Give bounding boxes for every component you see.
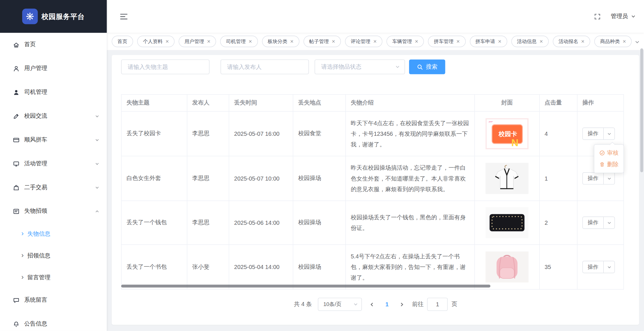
action-dropdown-button[interactable]: 操作: [582, 127, 615, 140]
close-icon[interactable]: ×: [457, 38, 460, 44]
tab-bar: 首页 个人资料× 用户管理× 司机管理× 板块分类× 帖子管理× 评论管理× 车…: [107, 33, 644, 50]
sidebar-item-secondhand-trade[interactable]: 二手交易: [0, 175, 107, 199]
clicks-cell: 1: [539, 156, 577, 201]
logo: 校园服务平台: [0, 0, 107, 33]
close-icon[interactable]: ×: [498, 38, 501, 44]
action-dropdown-button[interactable]: 操作: [582, 261, 615, 273]
tab-profile[interactable]: 个人资料×: [137, 36, 175, 47]
close-icon[interactable]: ×: [581, 38, 584, 44]
tab-label: 拼车申请: [476, 38, 495, 45]
sidebar-subitem-lost-info[interactable]: › 失物信息: [0, 223, 107, 245]
tab-carpool-management[interactable]: 拼车管理×: [428, 36, 465, 47]
tab-home[interactable]: 首页: [112, 36, 133, 47]
tab-label: 商品种类: [600, 38, 620, 45]
sidebar-subitem-label: 失物信息: [27, 230, 50, 238]
tab-driver-management[interactable]: 司机管理×: [220, 36, 258, 47]
column-header: 丢失地点: [293, 94, 346, 111]
description-cell: 昨天下午4点左右，在校园食堂丢失了一张校园卡，卡号123456，有发现的同学麻烦…: [346, 111, 475, 156]
tab-activity-signup[interactable]: 活动报名×: [553, 36, 590, 47]
vertical-scrollbar-thumb[interactable]: [640, 49, 643, 172]
cover-cell: [475, 201, 540, 245]
logo-icon: [22, 9, 38, 24]
chevron-right-icon: ›: [21, 274, 24, 280]
close-icon[interactable]: ×: [540, 38, 543, 44]
publisher-cell: 张小斐: [187, 245, 229, 289]
close-icon[interactable]: ×: [249, 38, 252, 44]
chevron-down-icon[interactable]: [604, 131, 614, 136]
sidebar-subitem-message-management[interactable]: › 留言管理: [0, 267, 107, 289]
tab-activity-info[interactable]: 活动信息×: [511, 36, 549, 47]
close-icon[interactable]: ×: [415, 38, 418, 44]
publisher-cell: 李思思: [187, 111, 229, 156]
card-icon: [12, 136, 20, 144]
tabs-menu-chevron-icon[interactable]: [635, 39, 640, 47]
tab-goods-category[interactable]: 商品种类×: [594, 36, 632, 47]
action-cell: 操作: [577, 201, 624, 245]
main-area: 管理员 首页 个人资料× 用户管理× 司机管理× 板块分类× 帖子管理× 评论管…: [107, 0, 644, 331]
chevron-right-icon: ›: [21, 252, 24, 259]
close-icon[interactable]: ×: [207, 38, 210, 44]
sidebar: 校园服务平台 首页 用户管理 司机管理 校园交流 顺风拼: [0, 0, 107, 331]
tab-label: 首页: [118, 38, 127, 45]
chevron-down-icon: [631, 14, 636, 19]
sidebar-item-carpool[interactable]: 顺风拼车: [0, 128, 107, 152]
sidebar-item-announcements[interactable]: 公告信息: [0, 312, 107, 331]
lost-place-cell: 校园食堂: [293, 111, 346, 156]
search-bar: 请选择物品状态 搜索: [121, 59, 630, 74]
cover-image-campus-card: 校园卡 N: [486, 118, 529, 149]
tab-post-management[interactable]: 帖子管理×: [303, 36, 341, 47]
delete-menu-item[interactable]: 删除: [594, 159, 623, 170]
clicks-cell: 35: [539, 245, 577, 289]
page-number-1[interactable]: 1: [382, 301, 392, 308]
next-page-button[interactable]: [398, 302, 406, 307]
tab-vehicle-management[interactable]: 车辆管理×: [386, 36, 424, 47]
table-row: 丢失了校园卡 李思思 2025-05-07 16:00 校园食堂 昨天下午4点左…: [121, 111, 624, 156]
tab-carpool-application[interactable]: 拼车申请×: [470, 36, 507, 47]
chevron-down-icon: [395, 64, 400, 69]
close-icon[interactable]: ×: [290, 38, 294, 44]
chevron-down-icon[interactable]: [604, 220, 614, 225]
admin-dropdown[interactable]: 管理员: [611, 13, 636, 20]
sidebar-item-lost-and-found[interactable]: 失物招领: [0, 199, 107, 223]
sidebar-item-system-messages[interactable]: 系统留言: [0, 288, 107, 312]
chevron-down-icon[interactable]: [604, 176, 614, 181]
sidebar-item-campus-communication[interactable]: 校园交流: [0, 104, 107, 128]
page-unit-label: 页: [451, 301, 457, 308]
status-select[interactable]: 请选择物品状态: [315, 59, 405, 74]
lost-time-cell: 2025-05-07 16:00: [229, 111, 293, 156]
page-size-select[interactable]: 10条/页: [318, 298, 362, 311]
fullscreen-icon[interactable]: [594, 13, 601, 20]
tab-user-management[interactable]: 用户管理×: [179, 36, 216, 47]
action-dropdown-button[interactable]: 操作: [582, 216, 615, 229]
sidebar-item-user-management[interactable]: 用户管理: [0, 57, 107, 80]
close-icon[interactable]: ×: [166, 38, 169, 44]
audit-menu-item[interactable]: 审核: [594, 147, 623, 159]
lost-time-cell: 2025-05-04 14:00: [229, 245, 293, 289]
sidebar-item-label: 活动管理: [24, 160, 95, 167]
sidebar-item-driver-management[interactable]: 司机管理: [0, 80, 107, 104]
cover-image-pink-backpack: [486, 251, 529, 283]
sidebar-item-label: 系统留言: [24, 297, 99, 304]
tab-label: 板块分类: [268, 38, 288, 45]
sidebar-subitem-found-info[interactable]: › 招领信息: [0, 245, 107, 267]
collapse-menu-icon[interactable]: [120, 13, 128, 20]
search-button[interactable]: 搜索: [409, 59, 445, 74]
publisher-search-input[interactable]: [221, 59, 309, 74]
chevron-down-icon[interactable]: [604, 265, 614, 269]
prev-page-button[interactable]: [368, 302, 376, 307]
tab-comment-management[interactable]: 评论管理×: [345, 36, 382, 47]
subject-search-input[interactable]: [121, 59, 209, 74]
monitor-icon: [12, 160, 20, 167]
sidebar-item-activity-management[interactable]: 活动管理: [0, 152, 107, 176]
sidebar-item-home[interactable]: 首页: [0, 33, 107, 57]
horizontal-scrollbar-thumb[interactable]: [121, 284, 490, 287]
close-icon[interactable]: ×: [623, 38, 626, 44]
tab-board-category[interactable]: 板块分类×: [262, 36, 299, 47]
table-row: 丢失了一个书包 张小斐 2025-05-04 14:00 校园操场 5.4号下午…: [121, 245, 624, 289]
table-row: 白色女生外套 李思思 2025-05-07 10:00 校园操场 昨天在校园操场…: [121, 156, 624, 201]
subject-cell: 白色女生外套: [121, 156, 187, 201]
action-dropdown-button[interactable]: 操作: [582, 172, 615, 185]
close-icon[interactable]: ×: [373, 38, 377, 44]
close-icon[interactable]: ×: [332, 38, 335, 44]
goto-page-input[interactable]: [427, 298, 448, 311]
